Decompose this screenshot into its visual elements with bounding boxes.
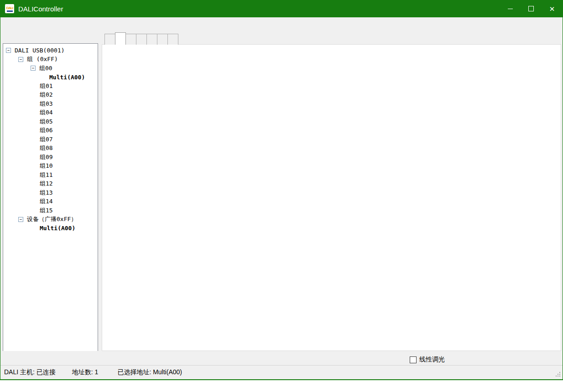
tree-node-label: 组06 bbox=[40, 126, 53, 134]
tab[interactable] bbox=[167, 34, 178, 45]
tab-strip bbox=[104, 32, 178, 45]
tab[interactable] bbox=[146, 34, 157, 45]
tree-node[interactable]: 组07 bbox=[3, 135, 98, 144]
footer-strip: 线性调光 bbox=[0, 351, 563, 365]
app-icon-bar bbox=[7, 10, 13, 12]
tree-node[interactable]: 组 (0xFF) bbox=[3, 55, 98, 64]
window-title: DALIController bbox=[18, 5, 63, 13]
title-bar: DALI DALIController ✕ bbox=[0, 0, 563, 17]
expand-collapse-icon[interactable] bbox=[18, 57, 23, 62]
tree-node[interactable]: DALI USB(0001) bbox=[3, 46, 98, 55]
tree-node[interactable]: 设备（广播0xFF） bbox=[3, 215, 98, 224]
tree-node-label: 组02 bbox=[40, 91, 53, 99]
menu-item[interactable] bbox=[0, 17, 13, 32]
tree-node-label: 组13 bbox=[40, 189, 53, 197]
statusbar-host: DALI 主机: 已连接 bbox=[4, 368, 56, 377]
tab[interactable] bbox=[157, 34, 168, 45]
tree-node-label: 组07 bbox=[40, 135, 53, 144]
expand-collapse-icon[interactable] bbox=[31, 66, 36, 71]
tree-node[interactable]: 组13 bbox=[3, 188, 98, 197]
tab[interactable] bbox=[115, 32, 126, 45]
menu-item[interactable] bbox=[37, 17, 50, 32]
tree-node[interactable]: 组05 bbox=[3, 117, 98, 126]
device-tree: DALI USB(0001) 组 (0xFF) 组00 Multi(A00) 组… bbox=[3, 43, 98, 359]
tree-node-label: 组14 bbox=[40, 197, 53, 206]
tree-node-label: 组15 bbox=[40, 206, 53, 215]
tab[interactable] bbox=[104, 34, 115, 45]
tree-node-label: 组10 bbox=[40, 162, 53, 170]
expand-collapse-icon[interactable] bbox=[18, 217, 23, 222]
tree-node-label: 组01 bbox=[40, 82, 53, 90]
status-bar: DALI 主机: 已连接 地址数: 1 已选择地址: Multi(A00) bbox=[0, 365, 563, 379]
tree-node[interactable]: 组06 bbox=[3, 126, 98, 135]
app-icon-text: DALI bbox=[6, 6, 13, 10]
tree-node-label: 组03 bbox=[40, 100, 53, 108]
linear-dimming-checkbox-wrap[interactable]: 线性调光 bbox=[410, 356, 445, 364]
tree-node-label: Multi(A00) bbox=[49, 74, 85, 81]
app-icon: DALI bbox=[5, 4, 14, 13]
tree-node[interactable]: 组12 bbox=[3, 180, 98, 189]
tree-node[interactable]: 组15 bbox=[3, 206, 98, 215]
checkbox-icon[interactable] bbox=[410, 356, 417, 363]
tree-node-label: 组05 bbox=[40, 118, 53, 126]
tree-node[interactable]: Multi(A00) bbox=[3, 73, 98, 82]
tree-node[interactable]: 组14 bbox=[3, 197, 98, 206]
statusbar-selected-address: 已选择地址: Multi(A00) bbox=[117, 368, 182, 377]
expand-collapse-icon[interactable] bbox=[6, 48, 11, 53]
tree-node-label: 组09 bbox=[40, 153, 53, 161]
tree-node-label: 组 (0xFF) bbox=[27, 55, 58, 63]
tree-node-label: 组08 bbox=[40, 144, 53, 152]
close-button[interactable]: ✕ bbox=[542, 0, 563, 17]
checkbox-label: 线性调光 bbox=[419, 356, 445, 364]
tree-node-label: 设备（广播0xFF） bbox=[27, 215, 77, 223]
tree-node-label: 组12 bbox=[40, 180, 53, 188]
tab[interactable] bbox=[125, 34, 136, 45]
tree-node[interactable]: 组02 bbox=[3, 91, 98, 100]
tree-node[interactable]: 组03 bbox=[3, 99, 98, 108]
tree-node[interactable]: 组08 bbox=[3, 144, 98, 153]
tree-node[interactable]: 组10 bbox=[3, 162, 98, 171]
tree-node-label: DALI USB(0001) bbox=[15, 47, 65, 54]
app-window: DALI DALIController ✕ DALI USB(0001) 组 (… bbox=[0, 0, 563, 380]
tab[interactable] bbox=[136, 34, 147, 45]
tree-node[interactable]: 组09 bbox=[3, 153, 98, 162]
tree-node-label: 组00 bbox=[39, 64, 52, 72]
minimize-button[interactable] bbox=[500, 0, 521, 17]
tree-node[interactable]: 组04 bbox=[3, 108, 98, 118]
parameter-settings-page bbox=[102, 44, 561, 351]
tree-node-label: Multi(A00) bbox=[40, 225, 75, 232]
statusbar-address-count: 地址数: 1 bbox=[72, 368, 99, 377]
tree-node[interactable]: Multi(A00) bbox=[3, 224, 98, 233]
menu-bar bbox=[0, 17, 563, 32]
tree-node-label: 组11 bbox=[40, 171, 53, 179]
window-controls: ✕ bbox=[500, 0, 563, 17]
tree-node[interactable]: 组11 bbox=[3, 170, 98, 180]
tree-node[interactable]: 组00 bbox=[3, 64, 98, 73]
tree-node-label: 组04 bbox=[40, 108, 53, 117]
menu-item[interactable] bbox=[19, 17, 31, 32]
tree-node[interactable]: 组01 bbox=[3, 82, 98, 91]
maximize-button[interactable] bbox=[521, 0, 542, 17]
resize-grip-icon[interactable] bbox=[559, 376, 560, 377]
